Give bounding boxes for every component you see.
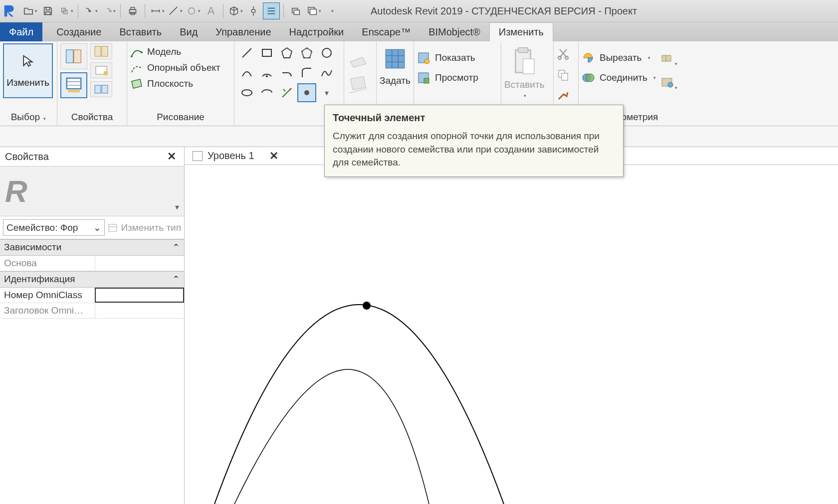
svg-point-43	[586, 74, 594, 82]
inscribed-poly-icon[interactable]	[277, 43, 296, 62]
chevron-down-icon[interactable]: ▾	[317, 83, 336, 102]
property-row-basis: Основа	[0, 256, 184, 271]
tab-bimobject[interactable]: BIMobject®	[419, 22, 489, 41]
open-icon[interactable]: ▾	[21, 2, 38, 19]
view-tab-close-icon[interactable]: ✕	[269, 150, 278, 163]
reference-point[interactable]	[363, 302, 371, 310]
spline-icon[interactable]	[317, 63, 336, 82]
workplane-viewer-icon[interactable]	[347, 73, 371, 97]
svg-marker-23	[282, 48, 292, 58]
svg-point-45	[668, 82, 673, 87]
tab-create[interactable]: Создание	[47, 22, 110, 41]
svg-point-25	[302, 49, 311, 58]
tab-modify[interactable]: Изменить	[489, 22, 553, 41]
tag-icon[interactable]: ▾	[185, 2, 202, 19]
align-dim-icon[interactable]: ▾	[167, 2, 184, 19]
svg-rect-16	[104, 71, 108, 75]
arc-center-icon[interactable]	[257, 63, 276, 82]
drawing-canvas[interactable]	[185, 165, 838, 504]
panel-model: Модель Опорный объект Плоскость Рисовани…	[127, 41, 234, 126]
pick-lines-icon[interactable]	[277, 83, 296, 102]
svg-point-39	[565, 56, 568, 59]
svg-line-21	[242, 48, 251, 57]
fillet-arc-icon[interactable]	[297, 63, 316, 82]
section-identification[interactable]: Идентификация ⌃	[0, 271, 184, 288]
type-preview[interactable]: R ▾	[0, 167, 184, 216]
partial-ellipse-icon[interactable]	[257, 83, 276, 102]
match-type-icon[interactable]	[557, 89, 570, 104]
model-line-button[interactable]: Модель	[130, 45, 220, 58]
property-omniclass-title-label: Заголовок Omni…	[0, 303, 95, 318]
view-tab-label: Уровень 1	[208, 150, 254, 162]
section-constraints[interactable]: Зависимости ⌃	[0, 239, 184, 256]
property-row-omniclass-title: Заголовок Omni…	[0, 303, 184, 319]
point-element-icon[interactable]	[297, 83, 316, 102]
properties-close-icon[interactable]: ✕	[164, 150, 179, 163]
text-icon[interactable]: A	[203, 2, 219, 19]
rectangle-tool-icon[interactable]	[257, 43, 276, 62]
reference-plane-button[interactable]: Плоскость	[130, 77, 220, 90]
set-workplane-button[interactable]: Задать	[380, 43, 411, 86]
save-icon[interactable]	[39, 2, 56, 19]
join-geometry-button[interactable]: Соединить ▾	[582, 71, 656, 84]
circumscribed-poly-icon[interactable]	[297, 43, 316, 62]
undo-icon[interactable]: ▾	[82, 2, 99, 19]
cut-geometry-label: Вырезать	[600, 52, 642, 63]
close-windows-icon[interactable]	[287, 2, 304, 19]
tab-file[interactable]: Файл	[0, 22, 42, 41]
section-icon[interactable]	[245, 2, 262, 19]
family-types-icon[interactable]	[60, 72, 87, 98]
copy-clipboard-icon[interactable]	[557, 68, 570, 83]
cope-icon[interactable]: ▾	[660, 51, 677, 67]
tab-insert[interactable]: Вставить	[110, 22, 171, 41]
measure-icon[interactable]: ▾	[149, 2, 166, 19]
type-selector[interactable]: Семейство: Фор ⌄	[3, 219, 105, 236]
show-workplane-button[interactable]: Показать	[417, 51, 478, 64]
cut-geometry-button[interactable]: Вырезать ▾	[582, 51, 656, 64]
sync-icon[interactable]: ▾	[57, 2, 74, 19]
view-tab-level1[interactable]: Уровень 1 ✕	[188, 150, 283, 163]
svg-rect-18	[102, 85, 108, 93]
thin-lines-icon[interactable]	[263, 2, 280, 19]
3dview-icon[interactable]: ▾	[227, 2, 244, 19]
modify-button[interactable]: Изменить	[3, 43, 53, 98]
arc-tangent-icon[interactable]	[277, 63, 296, 82]
svg-rect-17	[95, 85, 101, 93]
cut-clipboard-icon[interactable]	[557, 47, 570, 62]
properties-icon[interactable]	[60, 43, 87, 69]
reference-line-label: Опорный объект	[147, 62, 220, 73]
property-omniclass-number-value[interactable]	[95, 288, 184, 303]
redo-icon[interactable]: ▾	[100, 2, 117, 19]
workplane-icon[interactable]	[347, 46, 371, 70]
svg-point-26	[322, 48, 331, 57]
split-face-icon[interactable]: ▾	[660, 75, 677, 91]
chevron-down-icon[interactable]: ▾	[175, 202, 179, 212]
reference-line-button[interactable]: Опорный объект	[130, 61, 220, 74]
property-basis-value[interactable]	[95, 256, 184, 271]
tab-manage[interactable]: Управление	[207, 22, 280, 41]
paste-label: Вставить	[504, 79, 545, 90]
tab-addins[interactable]: Надстройки	[280, 22, 353, 41]
workplane-viewer-button[interactable]: Просмотр	[417, 71, 478, 84]
chevron-down-icon: ⌄	[93, 222, 101, 233]
svg-point-28	[242, 90, 252, 96]
arc-start-end-icon[interactable]	[237, 63, 256, 82]
tab-enscape[interactable]: Enscape™	[353, 22, 419, 41]
property-omniclass-title-value[interactable]	[95, 303, 184, 318]
tab-view[interactable]: Вид	[171, 22, 207, 41]
family-category-icon[interactable]	[90, 62, 112, 78]
modify-button-label: Изменить	[6, 77, 49, 88]
svg-rect-34	[424, 78, 429, 83]
cursor-icon	[20, 54, 35, 72]
switch-windows-icon[interactable]: ▾	[305, 2, 322, 19]
print-icon[interactable]	[124, 2, 141, 19]
model-line-label: Модель	[147, 46, 181, 57]
floorplan-icon	[193, 151, 203, 161]
type-props-icon[interactable]	[90, 43, 112, 59]
qat-customize-icon[interactable]: ▾	[323, 2, 340, 19]
ellipse-icon[interactable]	[237, 83, 256, 102]
property-basis-label: Основа	[0, 256, 95, 271]
project-units-icon[interactable]	[90, 81, 112, 97]
circle-tool-icon[interactable]	[317, 43, 336, 62]
line-tool-icon[interactable]	[237, 43, 256, 62]
